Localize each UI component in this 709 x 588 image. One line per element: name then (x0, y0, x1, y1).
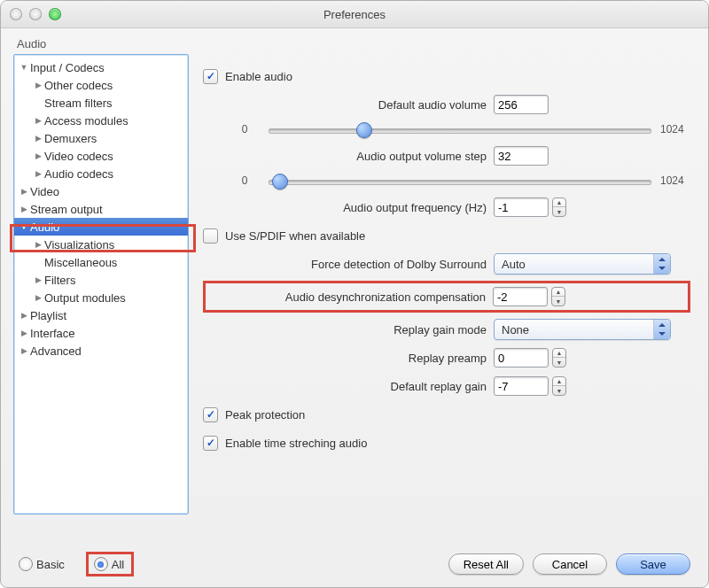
default-volume-input[interactable] (494, 95, 549, 114)
time-stretch-checkbox[interactable] (203, 436, 218, 451)
tree-item-video[interactable]: ▶Video (14, 182, 188, 200)
disclosure-icon[interactable]: ▶ (34, 116, 43, 125)
replay-preamp-input[interactable] (494, 348, 549, 368)
dolby-select[interactable]: Auto (494, 253, 671, 275)
output-freq-label: Audio output frequency (Hz) (203, 201, 494, 214)
section-heading: Audio (1, 28, 708, 54)
tree-item-label: Video codecs (44, 150, 113, 163)
preferences-window: Preferences Audio ▼Input / Codecs▶Other … (0, 0, 709, 588)
default-replay-gain-stepper[interactable]: ▲ ▼ (552, 376, 566, 396)
tree-item-label: Stream output (30, 203, 103, 216)
output-step-max: 1024 (660, 174, 690, 187)
replay-mode-select[interactable]: None (494, 319, 671, 340)
default-replay-gain-label: Default replay gain (203, 380, 494, 393)
tree-item-input-codecs[interactable]: ▼Input / Codecs (14, 58, 188, 76)
tree-item-audio[interactable]: ▼Audio (14, 218, 188, 236)
tree-item-stream-output[interactable]: ▶Stream output (14, 200, 188, 218)
tree-item-interface[interactable]: ▶Interface (14, 324, 188, 342)
disclosure-icon[interactable]: ▼ (19, 63, 28, 72)
tree-item-label: Demuxers (44, 132, 97, 145)
mode-basic-label: Basic (36, 558, 65, 571)
tree-item-output-modules[interactable]: ▶Output modules (14, 289, 188, 306)
default-volume-slider-thumb[interactable] (356, 122, 372, 138)
spdif-checkbox[interactable] (203, 228, 218, 244)
output-step-label: Audio output volume step (203, 150, 494, 163)
replay-preamp-step-up[interactable]: ▲ (553, 349, 565, 358)
enable-audio-label: Enable audio (225, 70, 292, 83)
tree-item-filters[interactable]: ▶Filters (14, 271, 188, 289)
enable-audio-checkbox[interactable] (203, 69, 218, 84)
output-step-input[interactable] (494, 146, 549, 166)
desync-step-down[interactable]: ▼ (552, 297, 565, 306)
tree-item-label: Input / Codecs (30, 61, 105, 74)
output-step-slider-thumb[interactable] (272, 174, 288, 190)
close-window-icon[interactable] (10, 8, 22, 20)
radio-icon (19, 557, 33, 571)
select-caret-down-icon (658, 267, 666, 270)
default-volume-slider[interactable] (269, 121, 651, 137)
replay-mode-label: Replay gain mode (203, 323, 494, 337)
zoom-window-icon[interactable] (49, 8, 61, 20)
tree-item-stream-filters[interactable]: Stream filters (14, 94, 188, 112)
desync-stepper[interactable]: ▲ ▼ (551, 287, 565, 306)
reset-all-button[interactable]: Reset All (448, 553, 524, 575)
mode-all-radio[interactable]: All (94, 557, 124, 571)
disclosure-icon[interactable]: ▶ (34, 81, 43, 89)
time-stretch-label: Enable time streching audio (225, 437, 367, 450)
disclosure-icon[interactable]: ▶ (34, 240, 43, 249)
disclosure-icon[interactable]: ▶ (34, 275, 43, 284)
default-replay-gain-input[interactable] (494, 376, 549, 396)
dolby-select-value: Auto (502, 258, 526, 271)
titlebar: Preferences (1, 1, 708, 28)
tree-item-audio-codecs[interactable]: ▶Audio codecs (14, 165, 188, 182)
tree-item-video-codecs[interactable]: ▶Video codecs (14, 147, 188, 165)
tree-item-miscellaneous[interactable]: Miscellaneous (14, 253, 188, 271)
tree-item-label: Filters (44, 274, 75, 287)
tree-item-label: Visualizations (44, 238, 114, 251)
disclosure-icon[interactable]: ▶ (34, 134, 43, 143)
category-tree[interactable]: ▼Input / Codecs▶Other codecsStream filte… (13, 54, 189, 514)
disclosure-icon[interactable]: ▶ (34, 169, 43, 178)
output-step-slider[interactable] (269, 173, 651, 189)
output-freq-stepper[interactable]: ▲ ▼ (552, 197, 566, 217)
disclosure-icon[interactable]: ▶ (34, 293, 43, 302)
highlight-desync-callout: Audio desynchronization compensation ▲ ▼ (203, 281, 690, 313)
output-freq-step-down[interactable]: ▼ (553, 207, 565, 216)
disclosure-icon[interactable]: ▼ (19, 222, 28, 231)
replay-preamp-step-down[interactable]: ▼ (553, 358, 565, 367)
tree-item-access-modules[interactable]: ▶Access modules (14, 112, 188, 129)
disclosure-icon[interactable]: ▶ (19, 311, 28, 320)
peak-protection-label: Peak protection (225, 408, 305, 422)
disclosure-icon[interactable]: ▶ (19, 329, 28, 337)
cancel-button[interactable]: Cancel (533, 553, 607, 575)
tree-item-label: Other codecs (44, 79, 113, 92)
default-replay-gain-step-down[interactable]: ▼ (553, 386, 565, 395)
tree-item-other-codecs[interactable]: ▶Other codecs (14, 76, 188, 94)
output-freq-step-up[interactable]: ▲ (553, 198, 565, 207)
peak-protection-checkbox[interactable] (203, 407, 218, 422)
desync-step-up[interactable]: ▲ (552, 288, 565, 297)
default-replay-gain-step-up[interactable]: ▲ (553, 377, 565, 386)
tree-item-label: Access modules (44, 114, 129, 128)
tree-item-label: Audio codecs (44, 167, 113, 181)
disclosure-icon[interactable]: ▶ (34, 151, 43, 160)
disclosure-icon[interactable]: ▶ (19, 346, 28, 355)
replay-preamp-stepper[interactable]: ▲ ▼ (552, 348, 566, 368)
disclosure-icon[interactable]: ▶ (19, 187, 28, 196)
mode-basic-radio[interactable]: Basic (19, 557, 65, 571)
tree-item-label: Audio (30, 220, 59, 234)
tree-item-label: Video (30, 185, 59, 198)
select-caret-up-icon (658, 258, 666, 261)
output-freq-input[interactable] (494, 197, 549, 217)
save-button[interactable]: Save (616, 553, 690, 575)
tree-item-advanced[interactable]: ▶Advanced (14, 342, 188, 360)
mode-all-label: All (112, 558, 124, 571)
radio-icon (94, 557, 108, 571)
tree-item-demuxers[interactable]: ▶Demuxers (14, 129, 188, 147)
settings-panel: Enable audio Default audio volume 0 1024… (198, 54, 696, 520)
tree-item-playlist[interactable]: ▶Playlist (14, 306, 188, 324)
disclosure-icon[interactable]: ▶ (19, 205, 28, 213)
tree-item-visualizations[interactable]: ▶Visualizations (14, 236, 188, 253)
desync-input[interactable] (493, 287, 548, 306)
minimize-window-icon[interactable] (29, 8, 42, 20)
